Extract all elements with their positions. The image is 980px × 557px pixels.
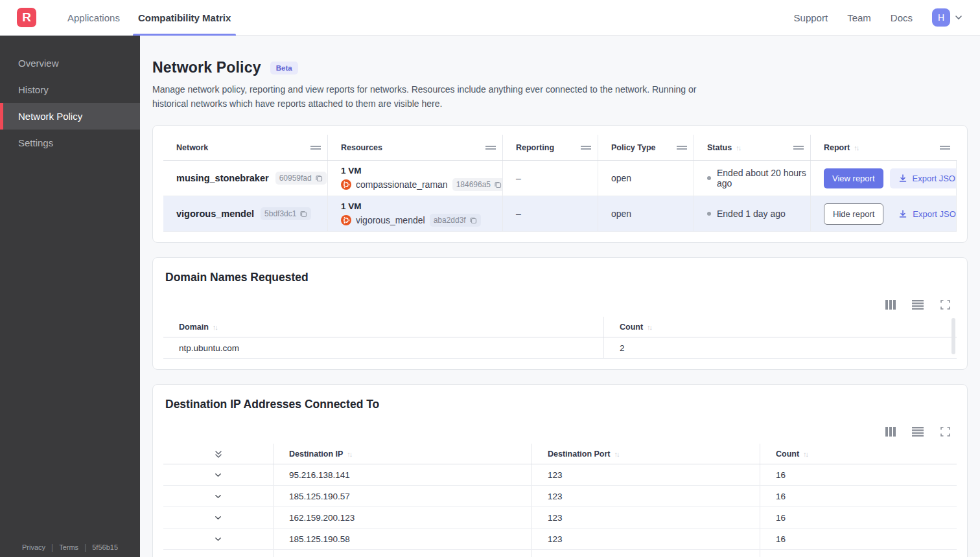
sort-icon[interactable]: ↑↓ (647, 323, 651, 331)
domains-card: Domain Names Requested Domain ↑↓ (152, 257, 968, 370)
copy-icon (315, 174, 323, 182)
col-count[interactable]: Count ↑↓ (603, 317, 957, 337)
table-scrollbar[interactable] (951, 318, 955, 354)
column-resize-handle[interactable] (310, 144, 321, 151)
view-report-button[interactable]: View report (824, 168, 883, 188)
network-name-cell: musing_stonebraker 60959fad (163, 161, 328, 196)
col-destination-port[interactable]: Destination Port ↑↓ (531, 444, 760, 464)
col-report[interactable]: Report ↑↓ (811, 135, 957, 160)
destinations-card-title: Destination IP Addresses Connected To (163, 398, 957, 411)
domain-row[interactable]: ntp.ubuntu.com 2 (163, 337, 957, 359)
destination-row[interactable]: 185.125.190.58 123 16 (163, 529, 957, 550)
row-expand-toggle[interactable] (163, 550, 273, 557)
export-json-button[interactable]: Export JSON (890, 168, 957, 188)
expand-all-toggle[interactable] (163, 444, 273, 464)
sidebar-item-overview[interactable]: Overview (0, 50, 140, 76)
sort-icon[interactable]: ↑↓ (213, 323, 217, 331)
main-content: Network Policy Beta Manage network polic… (140, 36, 980, 557)
count-cell: 16 (760, 529, 957, 549)
rows-icon[interactable] (911, 299, 924, 310)
sort-icon[interactable]: ↑↓ (736, 144, 740, 152)
sidebar-item-history[interactable]: History (0, 76, 140, 103)
page-title: Network Policy (152, 59, 261, 76)
expand-icon[interactable] (939, 299, 951, 310)
destination-row[interactable]: 185.125.190.57 123 16 (163, 486, 957, 507)
download-icon (898, 209, 907, 218)
chevron-down-icon (214, 492, 222, 501)
tab-applications[interactable]: Applications (58, 0, 129, 36)
columns-icon[interactable] (884, 299, 897, 310)
chevron-down-icon (214, 535, 222, 543)
sidebar-item-settings[interactable]: Settings (0, 130, 140, 156)
network-id-badge[interactable]: 60959fad (275, 172, 327, 185)
app-logo[interactable]: R (17, 8, 36, 27)
vm-id-badge[interactable]: 184696a5 (452, 178, 503, 191)
destination-row[interactable]: 95.216.138.141 123 16 (163, 464, 957, 486)
row-expand-toggle[interactable] (163, 464, 273, 485)
row-expand-toggle[interactable] (163, 486, 273, 506)
sort-icon[interactable]: ↑↓ (347, 450, 351, 458)
network-row[interactable]: musing_stonebraker 60959fad 1 VM compass… (163, 161, 957, 196)
privacy-link[interactable]: Privacy (22, 543, 45, 551)
networks-table-header: Network Resources Reporting Policy Type (163, 135, 957, 161)
sort-icon[interactable]: ↑↓ (803, 450, 808, 458)
col-reporting[interactable]: Reporting (503, 135, 598, 160)
network-name-cell: vigorous_mendel 5bdf3dc1 (163, 196, 328, 231)
col-status[interactable]: Status ↑↓ (694, 135, 811, 160)
active-item-accent (0, 103, 3, 130)
support-link[interactable]: Support (794, 12, 828, 23)
docs-link[interactable]: Docs (891, 12, 913, 23)
destinations-toolbar (163, 426, 951, 437)
destination-row[interactable]: 162.159.200.123 123 16 (163, 507, 957, 529)
col-network[interactable]: Network (163, 135, 328, 160)
sort-icon[interactable]: ↑↓ (614, 450, 619, 458)
network-row[interactable]: vigorous_mendel 5bdf3dc1 1 VM vigorous_m… (163, 196, 957, 232)
column-resize-handle[interactable] (677, 144, 687, 151)
report-cell: Hide report Export JSON (811, 196, 957, 231)
user-menu[interactable]: H (932, 8, 963, 27)
column-resize-handle[interactable] (793, 144, 804, 151)
port-cell: 123 (531, 464, 760, 485)
resources-cell: 1 VM compassionate_raman 184696a5 (328, 161, 503, 196)
ubuntu-icon (341, 179, 351, 190)
sort-icon[interactable]: ↑↓ (854, 144, 858, 152)
col-destination-ip[interactable]: Destination IP ↑↓ (273, 444, 531, 464)
col-count[interactable]: Count ↑↓ (760, 444, 957, 464)
col-policy-type[interactable]: Policy Type (598, 135, 694, 160)
sidebar-item-network-policy[interactable]: Network Policy (0, 103, 140, 130)
sidebar: Overview History Network Policy Settings… (0, 36, 140, 557)
team-link[interactable]: Team (847, 12, 871, 23)
col-domain[interactable]: Domain ↑↓ (163, 317, 603, 337)
rows-icon[interactable] (911, 426, 924, 437)
port-cell: 123 (531, 486, 760, 506)
network-id-badge[interactable]: 5bdf3dc1 (261, 207, 311, 220)
row-expand-toggle[interactable] (163, 507, 273, 528)
beta-badge: Beta (270, 62, 298, 74)
count-cell: 16 (760, 486, 957, 506)
expand-icon[interactable] (939, 426, 951, 437)
destination-row[interactable]: 95.216.100.21 123 16 (163, 550, 957, 557)
column-resize-handle[interactable] (940, 144, 950, 151)
vm-name: vigorous_mendel (356, 215, 425, 225)
copy-icon (469, 216, 477, 224)
count-cell: 2 (603, 337, 957, 358)
port-cell: 123 (531, 550, 760, 557)
vm-id-badge[interactable]: aba2dd3f (430, 214, 481, 227)
column-resize-handle[interactable] (581, 144, 591, 151)
count-cell: 16 (760, 507, 957, 528)
export-json-button[interactable]: Export JSON (890, 204, 957, 224)
ip-cell: 162.159.200.123 (273, 507, 531, 528)
terms-link[interactable]: Terms (59, 543, 78, 551)
active-tab-indicator (133, 34, 236, 36)
policy-type-cell: open (598, 161, 694, 196)
col-resources[interactable]: Resources (328, 135, 503, 160)
columns-icon[interactable] (884, 426, 897, 437)
count-cell: 16 (760, 550, 957, 557)
count-cell: 16 (760, 464, 957, 485)
column-resize-handle[interactable] (485, 144, 496, 151)
domains-toolbar (163, 299, 951, 310)
row-expand-toggle[interactable] (163, 529, 273, 549)
hide-report-button[interactable]: Hide report (824, 203, 883, 225)
reporting-cell: – (503, 196, 598, 231)
tab-compatibility-matrix[interactable]: Compatibility Matrix (129, 0, 240, 36)
